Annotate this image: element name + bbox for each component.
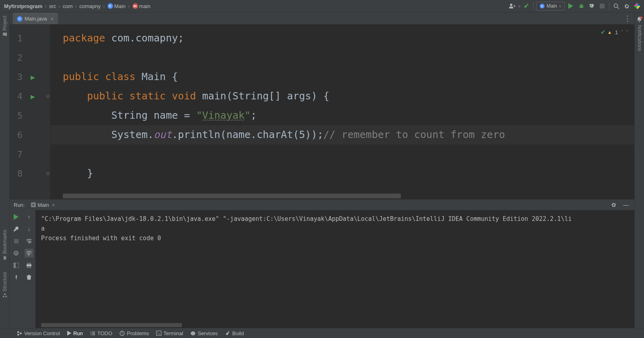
breadcrumb-com[interactable]: com <box>61 2 74 10</box>
structure-tool-button[interactable]: Structure <box>2 272 8 298</box>
svg-point-17 <box>17 334 19 336</box>
run-configuration-selector[interactable]: C Main ▾ <box>536 2 565 10</box>
gutter-line[interactable]: 1 <box>10 29 50 48</box>
code-line[interactable]: public class Main { <box>51 67 634 87</box>
editor-content[interactable]: package com.comapny; public class Main {… <box>51 25 634 199</box>
run-settings-icon[interactable]: ✿ <box>609 200 618 209</box>
class-icon: C <box>540 4 545 8</box>
separator <box>609 2 609 10</box>
separator <box>533 2 534 10</box>
chevron-right-icon: › <box>128 3 130 9</box>
class-icon: C <box>107 3 113 9</box>
gutter-line[interactable]: 2 <box>10 48 50 67</box>
todo-tool-button[interactable]: TODO <box>90 330 112 336</box>
soft-wrap-icon[interactable] <box>25 237 33 245</box>
svg-rect-1 <box>600 4 605 8</box>
hide-run-panel-icon[interactable]: — <box>621 200 630 209</box>
breadcrumb-class[interactable]: CMain <box>106 2 127 10</box>
console-line: Process finished with exit code 0 <box>41 233 629 243</box>
svg-point-16 <box>17 331 19 333</box>
project-tool-button[interactable]: Project <box>2 16 8 37</box>
svg-rect-7 <box>14 239 19 243</box>
svg-rect-5 <box>4 294 6 295</box>
scroll-up-icon[interactable]: ↑ <box>25 212 33 221</box>
right-tool-rail: Notifications <box>634 12 644 328</box>
build-tool-button[interactable]: Build <box>225 330 244 336</box>
run-with-coverage-icon[interactable] <box>587 2 596 10</box>
settings-gear-icon[interactable] <box>622 2 631 10</box>
run-button[interactable] <box>566 2 575 10</box>
pin-icon[interactable] <box>12 273 21 282</box>
build-hammer-icon[interactable] <box>522 2 531 10</box>
code-line[interactable] <box>51 48 634 67</box>
chevron-right-icon: › <box>45 3 47 9</box>
editor-hscrollbar[interactable] <box>63 194 626 198</box>
svg-point-9 <box>16 253 17 254</box>
run-tab[interactable]: Main × <box>31 202 55 208</box>
fold-icon[interactable]: ⊟ <box>46 93 50 99</box>
run-line-icon[interactable]: ▶ <box>31 73 35 81</box>
svg-rect-4 <box>3 296 4 297</box>
code-analysis-indicator[interactable]: ✔ ▲ 1 ˆ ˇ <box>601 29 628 36</box>
layout-icon[interactable] <box>12 261 21 270</box>
bookmarks-tool-button[interactable]: Bookmarks <box>2 230 8 260</box>
breadcrumb-method[interactable]: mmain <box>131 2 152 10</box>
stop-button[interactable] <box>598 2 607 10</box>
code-editor[interactable]: 123▶4▶⊟5678⊟ package com.comapny; public… <box>10 25 634 199</box>
version-control-tool-button[interactable]: Version Control <box>17 330 60 336</box>
chevron-right-icon: › <box>75 3 77 9</box>
print-icon[interactable] <box>25 261 33 270</box>
gutter-line[interactable]: 8⊟ <box>10 164 50 183</box>
notifications-tool-button[interactable]: Notifications <box>637 25 642 51</box>
method-icon: m <box>132 3 138 9</box>
console-hscrollbar[interactable] <box>41 323 182 327</box>
stop-run-button[interactable] <box>12 237 21 245</box>
svg-point-2 <box>614 4 617 7</box>
fold-icon[interactable]: ⊟ <box>46 171 50 177</box>
problems-tool-button[interactable]: Problems <box>120 330 149 336</box>
code-line[interactable]: package com.comapny; <box>51 29 634 48</box>
notifications-bell-icon[interactable] <box>636 16 642 23</box>
breadcrumb-project[interactable]: Myfirstprogram <box>2 2 44 10</box>
editor-gutter[interactable]: 123▶4▶⊟5678⊟ <box>10 25 51 199</box>
more-tabs-icon[interactable]: ⋮ <box>623 14 632 23</box>
editor-tabs: C Main.java × ⋮ <box>10 12 634 25</box>
wrench-icon[interactable] <box>12 225 21 233</box>
run-tool-button[interactable]: Run <box>67 330 83 336</box>
ide-logo-icon[interactable] <box>633 2 642 10</box>
search-icon[interactable] <box>612 2 621 10</box>
gutter-line[interactable]: 7 <box>10 144 50 164</box>
code-line[interactable]: System.out.println(name.charAt(5));// re… <box>51 125 634 144</box>
code-line[interactable]: public static void main(String[] args) { <box>51 87 634 106</box>
services-tool-button[interactable]: Services <box>190 330 218 336</box>
toolbar-right: ▾ C Main ▾ <box>508 2 642 10</box>
gutter-line[interactable]: 6 <box>10 125 50 144</box>
clear-console-icon[interactable] <box>25 273 33 282</box>
code-line[interactable]: String name = "Vinayak"; <box>51 106 634 125</box>
scroll-down-icon[interactable]: ↓ <box>25 225 33 233</box>
add-user-icon[interactable] <box>508 2 517 10</box>
gutter-line[interactable]: 5 <box>10 106 50 125</box>
svg-point-0 <box>580 5 583 8</box>
gutter-line[interactable]: 4▶⊟ <box>10 87 50 106</box>
run-line-icon[interactable]: ▶ <box>31 92 35 101</box>
scroll-to-end-icon[interactable] <box>25 249 33 258</box>
console-line: a <box>41 224 629 233</box>
svg-rect-12 <box>27 263 31 264</box>
svg-rect-3 <box>5 296 7 297</box>
run-config-icon <box>31 202 36 207</box>
editor-tab-main[interactable]: C Main.java × <box>13 13 58 24</box>
rerun-button[interactable] <box>12 212 21 221</box>
code-line[interactable]: } <box>51 164 634 183</box>
gutter-line[interactable]: 3▶ <box>10 67 50 87</box>
debug-button[interactable] <box>577 2 586 10</box>
dump-threads-icon[interactable] <box>12 249 21 258</box>
breadcrumb-src[interactable]: src <box>47 2 58 10</box>
console-output[interactable]: "C:\Program Files\Java\jdk-18.0.2.1\bin\… <box>35 210 634 328</box>
code-line[interactable] <box>51 144 634 164</box>
close-run-tab-icon[interactable]: × <box>52 202 55 208</box>
close-tab-icon[interactable]: × <box>51 16 54 22</box>
breadcrumb: Myfirstprogram › src › com › comapny › C… <box>2 2 152 10</box>
breadcrumb-comapny[interactable]: comapny <box>78 2 102 10</box>
terminal-tool-button[interactable]: Terminal <box>156 330 183 336</box>
